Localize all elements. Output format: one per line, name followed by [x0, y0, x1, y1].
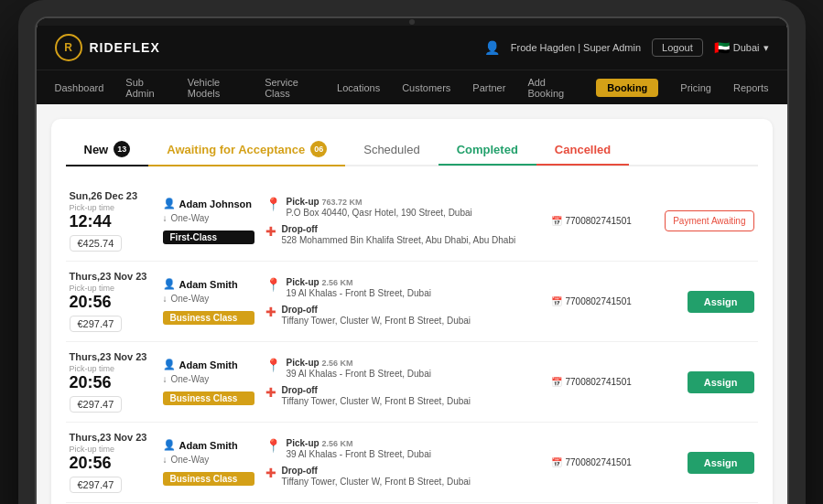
pickup-icon: 📍 — [265, 358, 281, 372]
pickup-time-label: Pick-up time — [70, 364, 152, 373]
laptop-frame: R RIDEFLEX 👤 Frode Hagden | Super Admin … — [18, 0, 806, 504]
booking-time: 20:56 — [70, 373, 152, 392]
trip-type: ↓ One-Way — [163, 294, 254, 304]
location-select[interactable]: 🇦🇪 Dubai ▾ — [714, 40, 769, 55]
booking-action-col[interactable]: Payment Awaiting — [663, 190, 754, 252]
dropoff-icon: ✚ — [265, 305, 276, 319]
service-badge: First-Class — [163, 231, 254, 244]
pickup-route: 📍 Pick-up 763.72 KM P.O Box 40440, Qasr … — [265, 197, 540, 219]
user-icon: 👤 — [484, 40, 500, 55]
person-name: 👤 Adam Johnson — [163, 198, 254, 209]
pickup-address: 19 Al Khalas - Front B Street, Dubai — [287, 287, 431, 299]
dropoff-label: Drop-off — [282, 466, 471, 476]
booking-card: New 13 Awaiting for Acceptance 06 Schedu… — [51, 119, 773, 504]
tab-new[interactable]: New 13 — [66, 134, 149, 166]
nav-locations[interactable]: Locations — [337, 80, 380, 95]
booking-date: Thurs,23 Nov 23 — [70, 432, 152, 443]
awaiting-badge: 06 — [310, 141, 327, 157]
dropoff-label: Drop-off — [282, 305, 471, 315]
tab-completed[interactable]: Completed — [439, 135, 536, 166]
booking-route-col: 📍 Pick-up 763.72 KM P.O Box 40440, Qasr … — [265, 190, 540, 252]
booking-date-col: Thurs,23 Nov 23 Pick-up time 20:56 €297.… — [70, 432, 152, 493]
arrow-icon: ↓ — [163, 455, 168, 465]
booking-action-col[interactable]: Assign — [663, 432, 754, 493]
booking-date-col: Thurs,23 Nov 23 Pick-up time 20:56 €297.… — [70, 351, 152, 413]
location-label: Dubai — [733, 42, 760, 53]
pickup-label: Pick-up 2.56 KM — [287, 438, 431, 448]
nav-partner[interactable]: Partner — [472, 80, 505, 95]
tab-cancelled[interactable]: Cancelled — [536, 135, 629, 166]
service-badge: Business Class — [163, 472, 254, 486]
booking-time: 12:44 — [70, 212, 152, 231]
pickup-icon: 📍 — [265, 277, 281, 292]
logout-button[interactable]: Logout — [652, 38, 703, 57]
person-icon: 👤 — [163, 198, 176, 209]
table-row: Thurs,23 Nov 23 Pick-up time 20:56 €297.… — [66, 262, 758, 342]
booking-price: €425.74 — [70, 235, 123, 252]
calendar-icon: 📅 — [551, 296, 562, 306]
dropoff-address: 528 Mohammed Bin Khalifa Street, Abu Dha… — [282, 234, 516, 246]
booking-phone-col: 📅 7700802741501 — [551, 271, 652, 332]
booking-action-col[interactable]: Assign — [663, 351, 754, 413]
dropoff-route: ✚ Drop-off 528 Mohammed Bin Khalifa Stre… — [265, 224, 540, 246]
person-icon: 👤 — [163, 439, 176, 451]
pickup-address: P.O Box 40440, Qasr Hotel, 190 Street, D… — [287, 207, 472, 219]
pickup-icon: 📍 — [265, 197, 281, 211]
booking-action-col[interactable]: Assign — [663, 271, 754, 332]
tabs: New 13 Awaiting for Acceptance 06 Schedu… — [66, 134, 758, 166]
booking-phone-col: 📅 7700802741501 — [551, 190, 652, 252]
nav-vehicle-models[interactable]: Vehicle Models — [188, 75, 243, 101]
new-badge: 13 — [114, 141, 130, 157]
dropoff-address: Tiffany Tower, Cluster W, Front B Street… — [282, 315, 471, 327]
payment-awaiting-button[interactable]: Payment Awaiting — [665, 210, 753, 231]
booking-person-col: 👤 Adam Johnson ↓ One-Way First-Class — [163, 190, 254, 252]
assign-button[interactable]: Assign — [688, 371, 754, 393]
nav-dashboard[interactable]: Dashboard — [55, 80, 104, 95]
booking-price: €297.47 — [70, 396, 123, 413]
navbar: Dashboard Sub Admin Vehicle Models Servi… — [37, 70, 787, 104]
tab-scheduled[interactable]: Scheduled — [345, 135, 438, 164]
dropoff-address: Tiffany Tower, Cluster W, Front B Street… — [282, 476, 471, 488]
booking-phone-col: 📅 7700802741501 — [551, 351, 652, 413]
booking-phone: 7700802741501 — [566, 457, 632, 467]
trip-type: ↓ One-Way — [163, 455, 254, 465]
user-info: Frode Hagden | Super Admin — [511, 42, 641, 53]
booking-price: €297.47 — [70, 477, 123, 493]
pickup-route: 📍 Pick-up 2.56 KM 39 Al Khalas - Front B… — [265, 358, 540, 380]
booking-date-col: Thurs,23 Nov 23 Pick-up time 20:56 €297.… — [70, 271, 152, 332]
booking-route-col: 📍 Pick-up 2.56 KM 39 Al Khalas - Front B… — [265, 351, 540, 413]
pickup-address: 39 Al Khalas - Front B Street, Dubai — [287, 448, 431, 460]
booking-date: Thurs,23 Nov 23 — [70, 271, 152, 282]
dropoff-address: Tiffany Tower, Cluster W, Front B Street… — [282, 395, 471, 407]
table-row: Thurs,23 Nov 23 Pick-up time 20:56 €297.… — [66, 423, 758, 503]
calendar-icon: 📅 — [551, 457, 562, 467]
pickup-address: 39 Al Khalas - Front B Street, Dubai — [287, 368, 431, 380]
person-name: 👤 Adam Smith — [163, 439, 254, 451]
nav-sub-admin[interactable]: Sub Admin — [125, 75, 165, 101]
booking-route-col: 📍 Pick-up 2.56 KM 39 Al Khalas - Front B… — [265, 432, 540, 493]
nav-booking[interactable]: Booking — [596, 79, 658, 97]
pickup-distance: 763.72 KM — [321, 198, 362, 207]
main-content: New 13 Awaiting for Acceptance 06 Schedu… — [37, 104, 787, 504]
booking-date-col: Sun,26 Dec 23 Pick-up time 12:44 €425.74 — [70, 190, 152, 252]
dropoff-icon: ✚ — [265, 385, 276, 400]
dropoff-label: Drop-off — [282, 224, 516, 234]
person-icon: 👤 — [163, 359, 176, 370]
pickup-route: 📍 Pick-up 2.56 KM 39 Al Khalas - Front B… — [265, 438, 540, 460]
assign-button[interactable]: Assign — [688, 291, 754, 313]
person-name: 👤 Adam Smith — [163, 359, 254, 370]
nav-reports[interactable]: Reports — [733, 80, 769, 95]
pickup-time-label: Pick-up time — [70, 284, 152, 293]
dropoff-route: ✚ Drop-off Tiffany Tower, Cluster W, Fro… — [265, 466, 540, 488]
table-row: Thurs,23 Nov 23 Pick-up time 20:56 €297.… — [66, 342, 758, 423]
nav-add-booking[interactable]: Add Booking — [527, 75, 574, 101]
tab-awaiting[interactable]: Awaiting for Acceptance 06 — [148, 134, 345, 166]
booking-list: Sun,26 Dec 23 Pick-up time 12:44 €425.74… — [66, 181, 758, 503]
nav-customers[interactable]: Customers — [402, 80, 450, 95]
assign-button[interactable]: Assign — [688, 452, 754, 474]
service-badge: Business Class — [163, 391, 254, 405]
booking-person-col: 👤 Adam Smith ↓ One-Way Business Class — [163, 432, 254, 493]
chevron-down-icon: ▾ — [763, 42, 769, 54]
nav-service-class[interactable]: Service Class — [265, 75, 315, 101]
nav-pricing[interactable]: Pricing — [680, 80, 711, 95]
